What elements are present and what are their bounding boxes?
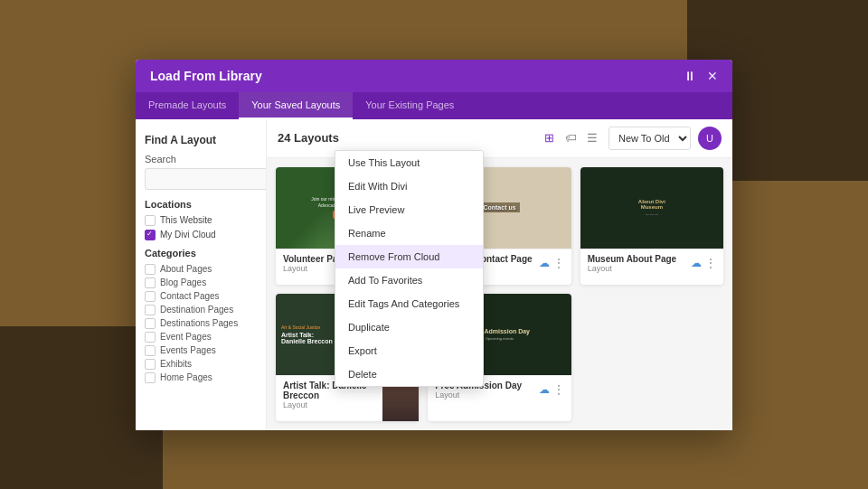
view-icons: ⊞ 🏷 ☰ — [540, 129, 601, 147]
context-menu-live-preview[interactable]: Live Preview — [335, 198, 483, 221]
category-destination-pages: Destination Pages — [145, 305, 257, 315]
more-icon-about[interactable]: ⋮ — [705, 257, 716, 269]
pause-icon[interactable]: ⏸ — [684, 69, 696, 83]
cat-checkbox-blog[interactable] — [145, 277, 156, 288]
find-layout-title: Find A Layout — [145, 134, 257, 146]
modal-tabs: Premade Layouts Your Saved Layouts Your … — [136, 92, 732, 119]
cat-label-blog: Blog Pages — [160, 277, 206, 287]
location-label-website: This Website — [160, 215, 212, 225]
context-menu: Use This Layout Edit With Divi Live Prev… — [335, 150, 484, 387]
cat-checkbox-destinations[interactable] — [145, 318, 156, 329]
context-menu-edit-divi[interactable]: Edit With Divi — [335, 174, 483, 198]
cloud-icon-contact: ☁ — [539, 257, 550, 269]
cat-checkbox-events[interactable] — [145, 345, 156, 356]
layout-actions-contact: ☁ ⋮ — [539, 257, 564, 269]
cat-checkbox-home[interactable] — [145, 372, 156, 383]
card-thumbnail-about: About DiviMuseum — — — — [580, 167, 723, 249]
cat-label-contact: Contact Pages — [160, 291, 220, 301]
layout-actions-admission: ☁ ⋮ — [539, 383, 564, 396]
modal-header-icons: ⏸ ✕ — [684, 69, 718, 83]
thumb-tag-artist: Art & Social Justice — [281, 324, 320, 330]
cat-label-events: Events Pages — [160, 345, 216, 355]
modal-header: Load From Library ⏸ ✕ — [136, 60, 732, 92]
modal-title: Load From Library — [150, 69, 262, 83]
context-menu-use-layout[interactable]: Use This Layout — [335, 151, 483, 174]
layout-info-about: Museum About Page Layout ☁ ⋮ — [580, 249, 723, 277]
sort-select[interactable]: New To Old Old To New A-Z Z-A — [609, 127, 691, 150]
category-home-pages: Home Pages — [145, 372, 257, 383]
cat-label-home: Home Pages — [160, 372, 212, 382]
thumb-sub-admission: Upcoming events — [486, 336, 514, 341]
layout-name-text-about: Museum About Page — [588, 254, 677, 264]
cat-checkbox-about[interactable] — [145, 264, 156, 275]
tab-existing-pages[interactable]: Your Existing Pages — [353, 92, 467, 119]
grid-view-icon[interactable]: ⊞ — [540, 129, 558, 147]
context-menu-rename[interactable]: Rename — [335, 221, 483, 245]
cat-checkbox-event[interactable] — [145, 332, 156, 343]
cat-label-exhibits: Exhibits — [160, 359, 192, 369]
context-menu-export[interactable]: Export — [335, 339, 483, 362]
layout-type-text-artist: Layout — [283, 400, 386, 409]
more-icon-admission[interactable]: ⋮ — [553, 383, 564, 396]
thumb-title-artist: Artist Talk:Danielle Breccon — [281, 332, 333, 344]
layout-type-text-about: Layout — [588, 264, 677, 273]
thumb-sub-about: — — — — [646, 212, 658, 216]
location-checkbox-cloud[interactable] — [145, 230, 156, 240]
sidebar: Find A Layout Search + Filter Locations … — [136, 119, 267, 430]
category-destinations-pages: Destinations Pages — [145, 318, 257, 329]
category-contact-pages: Contact Pages — [145, 291, 257, 302]
more-icon-contact[interactable]: ⋮ — [553, 257, 564, 269]
category-blog-pages: Blog Pages — [145, 277, 257, 288]
layout-actions-about: ☁ ⋮ — [691, 257, 716, 269]
locations-title: Locations — [145, 199, 257, 210]
tag-view-icon[interactable]: 🏷 — [561, 129, 580, 147]
layout-card-about: About DiviMuseum — — — Museum About Page… — [580, 167, 723, 285]
layout-name-about: Museum About Page Layout — [588, 254, 677, 273]
toolbar-right: ⊞ 🏷 ☰ New To Old Old To New A-Z Z-A U — [540, 127, 722, 150]
location-item-website: This Website — [145, 215, 257, 226]
close-icon[interactable]: ✕ — [707, 69, 718, 83]
cat-label-destinations: Destinations Pages — [160, 318, 238, 328]
categories-title: Categories — [145, 248, 257, 259]
context-menu-edit-tags[interactable]: Edit Tags And Categories — [335, 292, 483, 315]
tab-premade-layouts[interactable]: Premade Layouts — [136, 92, 239, 119]
search-input[interactable] — [145, 168, 267, 190]
category-exhibits: Exhibits — [145, 359, 257, 370]
location-item-cloud: My Divi Cloud — [145, 230, 257, 240]
location-checkbox-website[interactable] — [145, 215, 156, 226]
category-about-pages: About Pages — [145, 264, 257, 275]
context-menu-add-favorites[interactable]: Add To Favorites — [335, 268, 483, 292]
user-avatar[interactable]: U — [698, 127, 722, 150]
layout-type-text-admission: Layout — [435, 390, 522, 400]
context-menu-remove-cloud[interactable]: Remove From Cloud — [335, 245, 483, 268]
thumb-title-about: About DiviMuseum — [638, 199, 665, 210]
context-menu-duplicate[interactable]: Duplicate — [335, 315, 483, 339]
category-events-pages: Events Pages — [145, 345, 257, 356]
list-view-icon[interactable]: ☰ — [583, 129, 601, 147]
cat-checkbox-contact[interactable] — [145, 291, 156, 302]
cat-checkbox-exhibits[interactable] — [145, 359, 156, 370]
location-label-cloud: My Divi Cloud — [160, 230, 216, 240]
thumb-overlay-contact: Contact us — [479, 202, 519, 212]
cat-label-destination: Destination Pages — [160, 305, 233, 315]
search-label: Search — [145, 154, 257, 165]
context-menu-delete[interactable]: Delete — [335, 362, 483, 386]
cat-label-about: About Pages — [160, 264, 212, 274]
cat-checkbox-destination[interactable] — [145, 305, 156, 315]
category-event-pages: Event Pages — [145, 332, 257, 343]
tab-saved-layouts[interactable]: Your Saved Layouts — [239, 92, 353, 119]
cloud-icon-admission: ☁ — [539, 383, 550, 396]
thumb-title-contact: Contact us — [479, 202, 519, 212]
modal-dialog: Load From Library ⏸ ✕ Premade Layouts Yo… — [136, 60, 732, 430]
search-row: + Filter — [145, 168, 257, 190]
cat-label-event: Event Pages — [160, 332, 212, 342]
cloud-icon-about: ☁ — [691, 257, 702, 269]
layout-count: 24 Layouts — [278, 131, 339, 145]
